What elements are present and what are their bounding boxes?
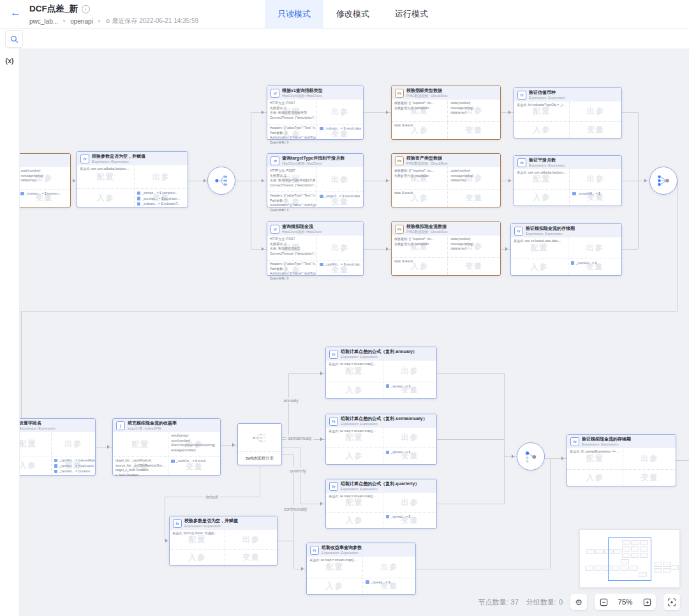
settings-button[interactable]: ⚙	[570, 594, 587, 610]
expr-node-icon: fx	[517, 158, 526, 167]
node-quadrant: 出参	[570, 169, 621, 190]
node-scipy-fill-cashflow-yield[interactable]: ∫填充模拟现金流的收益率scipy计算: Interp1PW配置出参result…	[112, 418, 221, 476]
node-expr-build-yield-query[interactable]: fx组装收益率查询参数Expression: Expression配置表达式: …	[306, 543, 416, 595]
expr-node-icon: fx	[329, 350, 338, 359]
node-quadrant: 出参result(array)sum(number)iPwcComponentV…	[168, 432, 220, 457]
variables-tool[interactable]: {x}	[0, 57, 19, 64]
edge	[437, 439, 504, 440]
node-expr-verify-currency[interactable]: fx验证估值币种Expression: Expression配置表达式: let…	[514, 87, 622, 139]
variable-badge: _cashFlo... = $.result	[171, 458, 218, 464]
node-quadrant: 出参code(number)message(string)data(array)	[448, 236, 500, 258]
gateway-fork[interactable]	[207, 167, 235, 195]
node-check-asset-type-data[interactable]: ifs校验资产类型数据PWC数据校验: CheckRule配置校验规则: [{ …	[391, 153, 501, 207]
edge-arrowhead	[508, 179, 513, 183]
node-check-sim-cashflow-data[interactable]: ifs校验模拟现金流数据PWC数据校验: CheckRule配置校验规则: [{…	[391, 222, 501, 276]
minimap-node	[585, 566, 593, 571]
flow-canvas[interactable]: ifs配置出参code(number)message(string)data(a…	[0, 49, 689, 616]
minimap[interactable]	[579, 529, 680, 588]
node-quadrant: 入参	[170, 550, 225, 565]
info-icon[interactable]: i	[82, 5, 90, 13]
variable-badge: _indicato... = $.indicatorT...	[137, 201, 185, 207]
node-expr-check-params-assign-2[interactable]: fx校验参数是否为空，并赋值Expression: Expression配置表达…	[169, 516, 278, 566]
tab-run-mode[interactable]: 运行模式	[382, 0, 441, 28]
node-body: 配置校验规则: [{ "required": tru...失败处理方式: exc…	[392, 236, 500, 275]
group-count: 分组数量:0	[526, 597, 563, 607]
expr-node-icon: fx	[517, 91, 526, 100]
node-quadrant: 配置HTTP方法: POST失败重试: 0名称: 根据v1查询指标类型Conne…	[267, 100, 317, 124]
edge-label-continuously: continuously	[282, 506, 309, 512]
node-config-lines: data: $.result	[394, 123, 445, 128]
node-expr-formula-annualy[interactable]: fx组装计算点差的公式（复利-annualy）Expression: Expre…	[325, 347, 437, 399]
node-check-indicator-type-data[interactable]: ifs校验指标类型数据PWC数据校验: CheckRule配置校验规则: [{ …	[391, 86, 501, 140]
gateway-merge[interactable]	[517, 442, 545, 470]
node-config-lines: Headers: [{"valueType":"Text","n...Path参…	[270, 262, 314, 280]
page-title: DCF点差_新	[29, 3, 78, 15]
node-body: 配置表达式: use com.alibaba.fastjson...出参入参变量…	[77, 165, 188, 207]
node-subtitle: HttpClient调用: HttpClient	[282, 162, 344, 165]
node-quadrant: 变量	[225, 550, 277, 565]
node-expr-formula-quarterly[interactable]: fx组装计算点差的公式（复利-quarterly）Expression: Exp…	[325, 479, 437, 529]
node-switch-branch[interactable]: switch流程分支	[237, 423, 282, 465]
node-expr-check-params-assign[interactable]: fx校验参数是否为空，并赋值Expression: Expression配置表达…	[77, 151, 188, 207]
node-expr-formula-semiannualy[interactable]: fx组装计算点差的公式（复利-semiannualy）Expression: E…	[325, 414, 437, 465]
last-saved-text: 最近保存 2022-06-21 14:35:59	[112, 17, 198, 26]
node-quadrant: 配置表达式: use com.alibaba.fastjson...	[514, 169, 570, 190]
node-http-query-targettype[interactable]: ⇄查询targetType并找到平滑月数HttpClient调用: HttpCl…	[267, 153, 364, 207]
node-quadrant: 变量_cashFlo... = $.result.dat...	[317, 260, 363, 280]
variable-badge: _compo... = $.compoun...	[137, 190, 185, 196]
project-select[interactable]: pwc_lab...	[29, 18, 58, 25]
node-expr-verify-cashflow-duration-2[interactable]: fx验证模拟现金流的存续期Expression: Expression配置表达式…	[567, 434, 676, 486]
node-header: fx验证估值币种Expression: Expression	[514, 88, 621, 101]
zoom-in-button[interactable]	[638, 594, 656, 610]
edge	[416, 569, 550, 569]
edge-arrowhead	[512, 454, 516, 458]
node-header: fx验证模拟现金流的存续期Expression: Expression	[511, 224, 621, 237]
node-subtitle: Expression: Expression	[19, 426, 56, 430]
node-header: ifs校验资产类型数据PWC数据校验: CheckRule	[392, 154, 500, 167]
search-button[interactable]	[5, 30, 23, 48]
node-http-query-sim-cashflow[interactable]: ⇄查询模拟现金流HttpClient调用: HttpClient配置HTTP方法…	[267, 222, 364, 276]
node-quadrant: 出参	[135, 165, 188, 189]
http-node-icon: ⇄	[270, 156, 279, 165]
variable-badge: _smoothM... = $	[572, 191, 619, 197]
node-quadrant: 出参	[317, 100, 363, 124]
node-quadrant: 出参	[568, 237, 621, 259]
node-body: 配置表达式: use com.alibaba.fastjson...出参入参变量…	[514, 169, 621, 206]
node-count: 节点数量:37	[478, 597, 519, 607]
edge-arrowhead	[320, 372, 325, 375]
edge	[622, 112, 638, 113]
node-expr-verify-smooth-months[interactable]: fx验证平滑月数Expression: Expression配置表达式: use…	[514, 155, 622, 206]
tab-edit-mode[interactable]: 修改模式	[323, 0, 382, 28]
variable-badge: _targetT... = $.result.data	[320, 193, 360, 199]
node-quadrant: 变量_spread... = $	[363, 578, 415, 594]
quadrant-watermark: 变量	[448, 258, 500, 275]
edge	[278, 541, 293, 541]
back-button[interactable]: ←	[10, 7, 21, 18]
zoom-out-button[interactable]	[595, 594, 612, 610]
fit-view-button[interactable]	[663, 594, 680, 610]
node-config-lines: HTTP方法: POST失败重试: 0名称: 根据v1查询指标类型Connect…	[270, 101, 314, 120]
chevron-down-icon[interactable]: ∨	[63, 19, 66, 24]
edge	[21, 311, 22, 418]
chevron-down-icon[interactable]: ∨	[98, 19, 101, 24]
node-subtitle: PWC数据校验: CheckRule	[406, 162, 448, 165]
left-gutter: {x}	[0, 49, 20, 616]
quadrant-watermark: 出参	[383, 361, 436, 382]
edge-arrowhead	[262, 110, 266, 114]
module-select[interactable]: openapi	[70, 18, 93, 25]
quadrant-watermark: 入参	[514, 190, 569, 206]
edge-label-annualy: annualy	[282, 398, 300, 403]
node-subtitle: PWC数据校验: CheckRule	[406, 94, 448, 98]
node-quadrant: 出参code(number)message(string)data(array)	[448, 100, 500, 122]
tab-readonly-mode[interactable]: 只读模式	[265, 0, 323, 28]
node-config-lines: 表达式: use com.alibaba.fastjson...	[517, 170, 567, 176]
node-quadrant: 变量_smoothM... = $	[570, 190, 621, 206]
node-quadrant: 变量	[623, 470, 676, 486]
node-expr-verify-cashflow-duration[interactable]: fx验证模拟现金流的存续期Expression: Expression配置表达式…	[510, 223, 622, 276]
node-config-lines: target_list: _cashFlowListsource_list: _…	[115, 458, 165, 476]
gateway-join[interactable]	[649, 167, 678, 195]
node-quadrant: 配置表达式: use cn.hutool.core.date...	[511, 237, 568, 259]
node-header: ∫填充模拟现金流的收益率scipy计算: Interp1PW	[113, 419, 220, 432]
node-http-query-indicator-type[interactable]: ⇄根据v1查询指标类型HttpClient调用: HttpClient配置HTT…	[267, 86, 364, 140]
minimap-viewport[interactable]	[608, 537, 651, 581]
